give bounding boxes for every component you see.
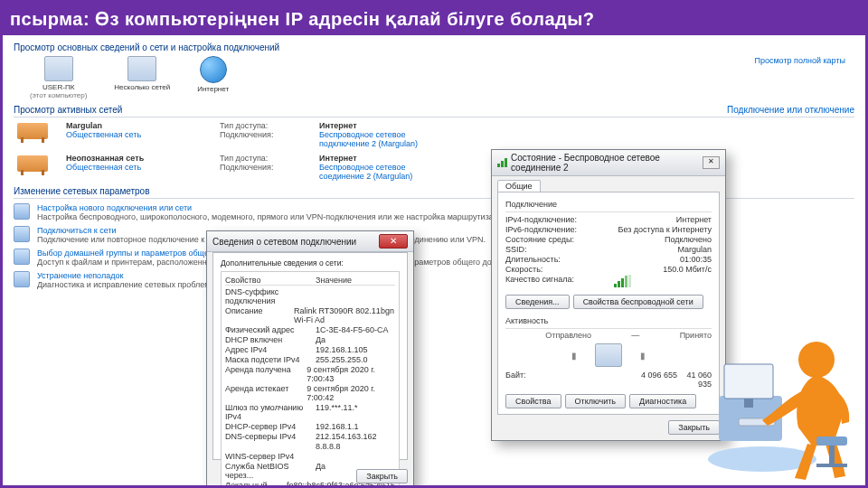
- details-row: Аренда получена9 сентября 2020 г. 7:00:4…: [225, 365, 395, 383]
- new-connection-icon: [14, 203, 30, 220]
- task-title: псырма: Өз компьютеріңнен IP адресін қал…: [3, 3, 865, 35]
- arrow-sent-icon: ▮: [571, 351, 577, 361]
- details-row: DNS-суффикс подключения: [225, 287, 395, 305]
- pc-icon: [44, 56, 73, 81]
- details-row: ОписаниеRalink RT3090R 802.11bgn Wi-Fi A…: [225, 306, 395, 324]
- details-row: Маска подсети IPv4255.255.255.0: [225, 355, 395, 364]
- details-subtitle: Дополнительные сведения о сети:: [221, 258, 400, 267]
- opt-new-connection[interactable]: Настройка нового подключения или сетиНас…: [14, 203, 854, 221]
- status-row: SSID:Margulan: [505, 245, 712, 254]
- router-icon: [127, 56, 156, 81]
- svg-rect-2: [724, 364, 773, 399]
- arrow-recv-icon: ▮: [640, 351, 646, 361]
- opt-homegroup[interactable]: Выбор домашней группы и параметров общег…: [14, 249, 854, 267]
- details-table: СвойствоЗначение DNS-суффикс подключения…: [221, 271, 400, 488]
- status-row: Состояние среды:Подключено: [505, 235, 712, 244]
- status-group-connection: Подключение: [505, 200, 712, 209]
- disable-button[interactable]: Отключить: [565, 394, 627, 408]
- active-nets-label: Просмотр активных сетей: [14, 105, 122, 115]
- bench-icon: [17, 123, 48, 139]
- svg-point-5: [798, 342, 835, 378]
- network-row-1: Margulan Общественная сеть Тип доступа: …: [17, 121, 854, 148]
- activity-icon: [595, 343, 622, 367]
- network-center-window: Просмотр основных сведений о сети и наст…: [3, 35, 865, 296]
- details-row: Шлюз по умолчанию IPv4119.***.11.*: [225, 403, 395, 421]
- options-title: Изменение сетевых параметров: [14, 186, 854, 199]
- status-title: Состояние - Беспроводное сетевое соедине…: [511, 153, 703, 173]
- connection-link-2[interactable]: Беспроводное сетевое соединение 2 (Margu…: [319, 163, 412, 181]
- network-row-2: Неопознанная сеть Общественная сеть Тип …: [17, 154, 854, 181]
- status-row: IPv6-подключение:Без доступа к Интернету: [505, 225, 712, 234]
- troubleshoot-icon: [14, 271, 30, 287]
- details-row: DHCP включенДа: [225, 335, 395, 344]
- tab-general[interactable]: Общие: [497, 180, 541, 192]
- signal-icon: [497, 158, 507, 167]
- status-row: Скорость:150.0 Мбит/с: [505, 265, 712, 274]
- details-row: 8.8.8.8: [225, 442, 395, 451]
- status-row: IPv4-подключение:Интернет: [505, 215, 712, 224]
- globe-icon: [200, 56, 227, 83]
- svg-rect-3: [744, 399, 753, 408]
- connect-icon: [14, 226, 30, 242]
- view-full-map-link[interactable]: Просмотр полной карты: [754, 56, 845, 65]
- wireless-props-button[interactable]: Свойства беспроводной сети: [573, 295, 703, 309]
- properties-button[interactable]: Свойства: [505, 394, 561, 408]
- details-row: DNS-серверы IPv4212.154.163.162: [225, 432, 395, 441]
- close-button[interactable]: ✕: [379, 234, 408, 249]
- details-row: WINS-сервер IPv4: [225, 452, 395, 461]
- status-group-activity: Активность: [505, 316, 712, 325]
- status-row: Длительность:01:00:35: [505, 255, 712, 264]
- bench-icon: [17, 155, 48, 172]
- connection-link-1[interactable]: Беспроводное сетевое подключение 2 (Marg…: [319, 130, 418, 148]
- details-row: Физический адрес1C-3E-84-F5-60-CA: [225, 325, 395, 334]
- svg-rect-7: [829, 446, 835, 464]
- connection-status-dialog: Состояние - Беспроводное сетевое соедине…: [491, 149, 726, 441]
- details-button[interactable]: Сведения...: [505, 295, 570, 309]
- opt-connect-network[interactable]: Подключиться к сетиПодключение или повто…: [14, 226, 854, 244]
- person-at-computer-figure: [708, 310, 862, 482]
- diagnose-button[interactable]: Диагностика: [629, 394, 696, 408]
- signal-bars: [614, 275, 631, 287]
- details-row: Адрес IPv4192.168.1.105: [225, 345, 395, 354]
- map-internet: Интернет: [197, 56, 229, 93]
- details-row: Аренда истекает9 сентября 2020 г. 7:00:4…: [225, 384, 395, 402]
- svg-rect-6: [816, 436, 847, 446]
- details-close-button[interactable]: Закрыть: [356, 469, 408, 483]
- connect-link[interactable]: Подключение или отключение: [727, 105, 854, 115]
- network-details-dialog: Сведения о сетевом подключении ✕ Дополни…: [206, 230, 414, 488]
- map-this-pc: USER-ПК (этот компьютер): [30, 56, 87, 99]
- opt-troubleshoot[interactable]: Устранение неполадокДиагностика и исправ…: [14, 271, 854, 289]
- page-title: Просмотр основных сведений о сети и наст…: [14, 42, 854, 52]
- details-title: Сведения о сетевом подключении: [212, 237, 356, 247]
- homegroup-icon: [14, 249, 30, 265]
- close-icon[interactable]: ✕: [703, 156, 720, 169]
- details-row: DHCP-сервер IPv4192.168.1.1: [225, 422, 395, 431]
- map-router: Несколько сетей: [114, 56, 170, 91]
